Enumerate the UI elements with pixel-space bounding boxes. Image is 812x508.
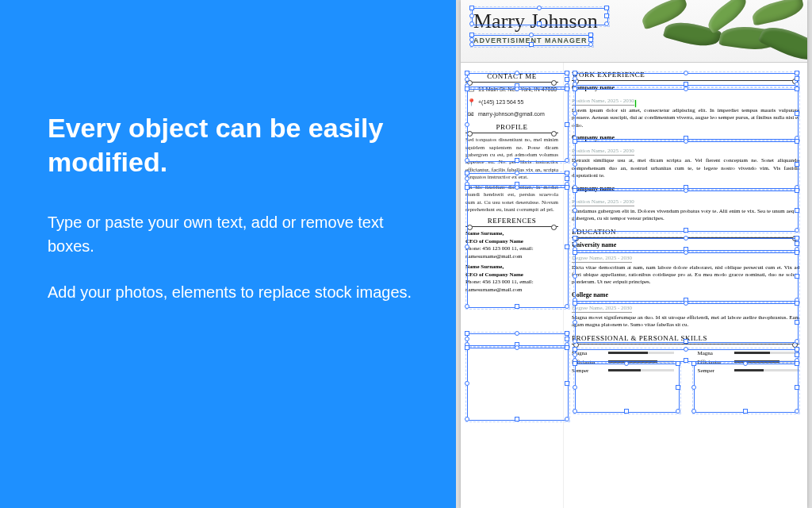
contact-heading[interactable]: CONTACT ME: [465, 72, 558, 80]
skill-row[interactable]: Efficiantur: [572, 359, 674, 365]
resume-page[interactable]: Marry Johnson ADVERTISIMENT MANAGER CONT…: [461, 0, 807, 508]
header-banner[interactable]: Marry Johnson ADVERTISIMENT MANAGER: [461, 0, 807, 63]
entry[interactable]: Company namePosition Name, 2025 - 2030Ma…: [572, 185, 799, 223]
contact-address: 11 Main St. New York, IN 47000: [478, 86, 558, 93]
divider: [572, 80, 799, 81]
contact-address-row[interactable]: ▭ 11 Main St. New York, IN 47000: [465, 86, 558, 95]
entry[interactable]: Company namePosition Name, 2025 - 2030Lo…: [572, 84, 799, 129]
sidebar-column: CONTACT ME ▭ 11 Main St. New York, IN 47…: [461, 63, 564, 508]
promo-panel: Every object can be easily modified. Typ…: [0, 0, 456, 508]
contact-phone: +(145) 123 564 55: [478, 98, 558, 106]
address-icon: ▭: [465, 86, 477, 95]
skills-heading[interactable]: PROFESSIONAL & PERSONAL SKILLS: [572, 334, 799, 342]
main-column: WORK EXPERIENCE Company namePosition Nam…: [564, 63, 807, 508]
skill-row[interactable]: Magna: [572, 350, 674, 356]
education-heading[interactable]: EDUCATION: [572, 228, 799, 236]
skill-row[interactable]: Efficiantur: [698, 359, 800, 365]
promo-paragraph-1: Type or paste your own text, add or remo…: [48, 210, 416, 258]
profile-paragraph[interactable]: An his tincidunt dissentiant, in modus m…: [465, 184, 558, 214]
divider: [465, 133, 558, 133]
reference-item[interactable]: Name Surname,CEO of Company NamePhone: 4…: [465, 230, 558, 260]
divider: [465, 82, 558, 83]
profile-heading[interactable]: PROFILE: [465, 123, 558, 131]
contact-email-row[interactable]: ✉ marry-johnson@gmail.com: [465, 110, 558, 120]
skill-row[interactable]: Semper: [698, 368, 800, 374]
header-plant-image[interactable]: [633, 0, 807, 62]
entry[interactable]: College nameDegree Name, 2025 - 2030Magn…: [572, 291, 799, 329]
document-editor-preview: Marry Johnson ADVERTISIMENT MANAGER CONT…: [456, 0, 812, 508]
divider: [572, 237, 799, 238]
entry[interactable]: Company namePosition Name, 2025 - 2030De…: [572, 134, 799, 179]
divider: [572, 344, 799, 344]
work-heading[interactable]: WORK EXPERIENCE: [572, 71, 799, 79]
reference-item[interactable]: Name Surname,CEO of Company NamePhone: 4…: [465, 264, 558, 294]
contact-email: marry-johnson@gmail.com: [478, 110, 558, 117]
divider: [465, 226, 558, 227]
skill-row[interactable]: Semper: [572, 368, 674, 374]
skill-row[interactable]: Magna: [698, 350, 800, 356]
references-heading[interactable]: REFERENCES: [465, 217, 558, 225]
phone-icon: 📍: [465, 98, 477, 108]
contact-phone-row[interactable]: 📍 +(145) 123 564 55: [465, 98, 558, 108]
promo-headline: Every object can be easily modified.: [48, 111, 416, 179]
profile-paragraph[interactable]: Sed torquatos dissentiunt no, mel minim …: [465, 137, 558, 182]
resume-role[interactable]: ADVERTISIMENT MANAGER: [473, 37, 588, 44]
email-icon: ✉: [465, 110, 477, 120]
promo-paragraph-2: Add your photos, elements to replace sto…: [48, 280, 416, 304]
resume-name[interactable]: Marry Johnson: [473, 10, 598, 33]
entry[interactable]: University nameDegree Name, 2025 - 2030D…: [572, 241, 799, 287]
